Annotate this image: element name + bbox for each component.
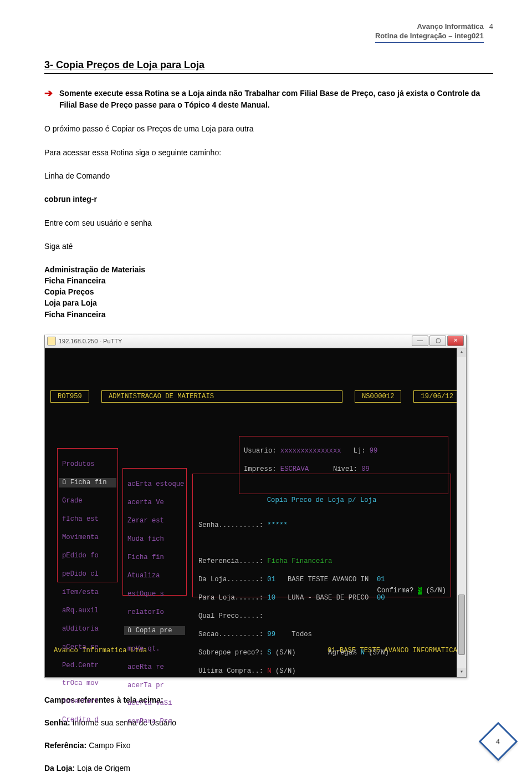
- paragraph-2: Para acessar essa Rotina siga o seguinte…: [44, 146, 493, 159]
- list-item[interactable]: comPara Pre: [124, 717, 185, 726]
- secao-label: Secao..........:: [198, 631, 263, 638]
- window-buttons: — ▢ ✕: [411, 336, 464, 346]
- daloja-lbl: Da Loja:: [44, 764, 75, 772]
- menu-path-item: Loja para Loja: [44, 297, 493, 308]
- section-title-text: 3- Copia Preços de Loja para Loja: [44, 59, 204, 70]
- usuario-value: xxxxxxxxxxxxxxx: [280, 447, 341, 455]
- list-item[interactable]: Muda fich: [124, 535, 185, 544]
- list-item[interactable]: aceRta re: [124, 663, 185, 672]
- list-item[interactable]: Grade: [59, 496, 116, 505]
- list-item[interactable]: Produtos: [59, 460, 116, 469]
- code-box: NS000012: [355, 390, 402, 403]
- list-item[interactable]: acerta Ve: [124, 498, 185, 507]
- list-item-selected[interactable]: û Ficha fin: [59, 478, 116, 487]
- list-item-selected[interactable]: û Copia pre: [124, 626, 185, 635]
- list-item[interactable]: peDido cl: [59, 570, 116, 578]
- window-titlebar: 192.168.0.250 - PuTTY — ▢ ✕: [45, 334, 466, 348]
- list-item[interactable]: Credito d: [59, 715, 116, 724]
- list-item[interactable]: Ficha fin: [124, 553, 185, 562]
- list-item[interactable]: inventari: [59, 697, 116, 706]
- qualpreco-label: Qual Preco.....:: [198, 612, 263, 620]
- agrega-label: Agrega%: [328, 649, 356, 657]
- nivel-label: Nivel:: [333, 465, 357, 473]
- confirma-value[interactable]: S: [418, 587, 422, 595]
- senha-label: Senha..........:: [198, 521, 263, 529]
- paragraph-3: Linha de Comando: [44, 170, 493, 182]
- window-title: 192.168.0.250 - PuTTY: [59, 338, 122, 344]
- section-title: 3- Copia Preços de Loja para Loja: [44, 59, 493, 74]
- header-line1: Avanço Informática: [417, 22, 484, 31]
- list-item[interactable]: Atualiza: [124, 571, 185, 580]
- list-item[interactable]: estOque s: [124, 590, 185, 598]
- confirma-label: Confirma?: [377, 587, 414, 595]
- list-item[interactable]: acErta estoque: [124, 480, 185, 489]
- daloja-desc: BASE TESTE AVANCO IN: [288, 576, 369, 583]
- impress-label: Impress:: [244, 465, 277, 473]
- menu-path: Administração de Materiais Ficha Finance…: [44, 264, 493, 320]
- secao-value[interactable]: 99: [267, 631, 275, 638]
- list-item[interactable]: pEdido fo: [59, 551, 116, 560]
- header-page-num: 4: [489, 22, 493, 31]
- ultima-label: Ultima Compra..:: [198, 667, 263, 675]
- putty-icon: [47, 337, 56, 346]
- daloja-txt: Loja de Origem: [75, 764, 130, 772]
- paragraph-5: Siga até: [44, 240, 493, 252]
- ref-value: Ficha Financeira: [267, 557, 332, 565]
- list-item[interactable]: aRq.auxil: [59, 606, 116, 615]
- list-item[interactable]: Ped.Centr: [59, 661, 116, 670]
- terminal-window: 192.168.0.250 - PuTTY — ▢ ✕ ▴ ▾ ROT959 A…: [44, 334, 467, 678]
- form-panel: Copia Preco de Loja p/ Loja Senha.......…: [192, 474, 451, 597]
- close-button[interactable]: ✕: [447, 336, 464, 346]
- minimize-button[interactable]: —: [412, 336, 428, 346]
- ref-label: Referencia.....:: [198, 557, 263, 565]
- list-item[interactable]: Zerar est: [124, 516, 185, 525]
- header-text: Avanço Informática Rotina de Integração …: [375, 22, 484, 43]
- agrega-value[interactable]: N: [361, 649, 365, 657]
- sn-text-2: (S/N): [369, 649, 389, 657]
- rot-value: ROT959: [58, 393, 82, 400]
- list-item[interactable]: acerta vaSi: [124, 699, 185, 708]
- top-boxes: ROT959 ADMINISTRACAO DE MATERIAIS NS0000…: [50, 390, 461, 403]
- lj-value: 99: [370, 447, 378, 455]
- arrow-icon: ➔: [44, 88, 53, 100]
- mid-menu-panel: acErta estoque acerta Ve Zerar est Muda …: [122, 468, 187, 596]
- date-value: 19/06/12: [421, 393, 453, 400]
- date-box: 19/06/12: [413, 390, 461, 403]
- list-item[interactable]: moVe qt.: [124, 644, 185, 653]
- menu-path-item: Ficha Financeira: [44, 275, 493, 286]
- list-item[interactable]: acerTa pr: [124, 681, 185, 690]
- command-text: cobrun integ-r: [44, 193, 493, 205]
- list-item[interactable]: aCerta re: [59, 643, 116, 652]
- scroll-up-icon[interactable]: ▴: [457, 348, 466, 357]
- status-line: Confirma? S (S/N): [193, 586, 451, 596]
- list-item[interactable]: trOca mov: [59, 679, 116, 688]
- list-item[interactable]: Movimenta: [59, 533, 116, 542]
- maximize-button[interactable]: ▢: [429, 336, 446, 346]
- sobrepoe-label: Sobrepoe preco?:: [198, 649, 263, 657]
- list-item[interactable]: fIcha est: [59, 515, 116, 524]
- code-value: NS000012: [362, 393, 395, 400]
- field-daloja: Da Loja: Loja de Origem: [44, 763, 493, 772]
- daloja-suf: 01: [377, 576, 385, 583]
- menu-path-item: Ficha Financeira: [44, 309, 493, 320]
- title-value: ADMINISTRACAO DE MATERIAIS: [109, 393, 214, 400]
- rot-box: ROT959: [50, 390, 89, 403]
- list-item[interactable]: aUditoria: [59, 624, 116, 633]
- header-line2: Rotina de Integração – integ021: [375, 32, 484, 40]
- scroll-down-icon[interactable]: ▾: [457, 668, 466, 677]
- page-header: Avanço Informática Rotina de Integração …: [44, 22, 493, 43]
- title-box: ADMINISTRACAO DE MATERIAIS: [101, 390, 342, 403]
- list-item[interactable]: relatorIo: [124, 608, 185, 617]
- note-block: ➔ Somente execute essa Rotina se a Loja …: [44, 88, 493, 111]
- paragraph-1: O próximo passo é Copiar os Preços de um…: [44, 123, 493, 135]
- senha-value[interactable]: *****: [267, 521, 288, 529]
- sobrepoe-value[interactable]: S: [267, 649, 271, 657]
- ultima-value[interactable]: N: [267, 667, 271, 675]
- form-title: Copia Preco de Loja p/ Loja: [198, 496, 445, 505]
- daloja-value[interactable]: 01: [267, 576, 275, 583]
- sn-text-3: (S/N): [275, 667, 296, 675]
- menu-path-item: Copia Preços: [44, 286, 493, 297]
- sn-text-4: (S/N): [426, 587, 446, 595]
- secao-desc: Todos: [291, 631, 312, 638]
- list-item[interactable]: iTem/esta: [59, 588, 116, 597]
